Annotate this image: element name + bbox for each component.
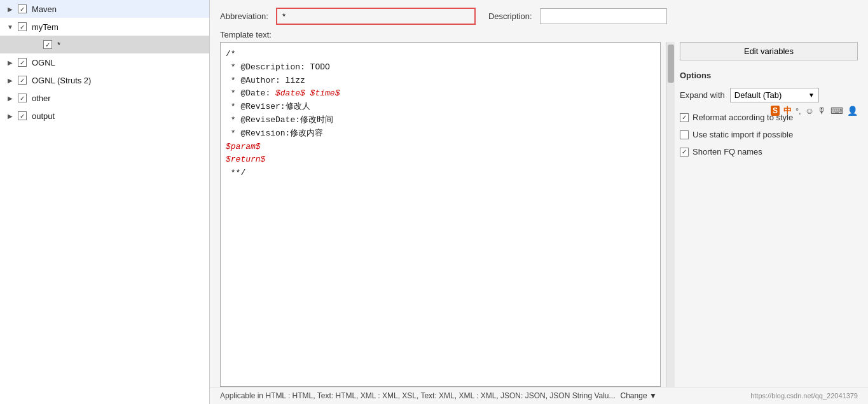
tree-label-output: output [32, 111, 55, 121]
checkbox-output[interactable] [18, 111, 27, 120]
tree-item-mytem[interactable]: myTem [0, 18, 209, 36]
template-content-row: /* * @Description: TODO * @Author: lizz … [220, 42, 858, 387]
tree-item-star[interactable]: * [0, 36, 209, 53]
template-textarea-wrap[interactable]: /* * @Description: TODO * @Author: lizz … [220, 42, 661, 387]
abbreviation-input[interactable] [277, 9, 474, 24]
edit-variables-button[interactable]: Edit variables [680, 42, 858, 60]
expand-arrow-output[interactable] [5, 111, 15, 121]
sogou-icon: S [771, 106, 780, 116]
chinese-icon: 中 [783, 105, 792, 116]
tree-label-maven: Maven [32, 4, 57, 14]
expand-with-label: Expand with [680, 90, 725, 100]
template-label: Template text: [220, 30, 858, 39]
checkbox-static-import[interactable] [680, 130, 689, 139]
description-input[interactable] [540, 8, 667, 24]
option-row-shorten-fq: Shorten FQ names [680, 146, 858, 158]
option-label-shorten-fq: Shorten FQ names [692, 147, 762, 157]
abbr-desc-row: Abbreviation: Description: [210, 0, 868, 30]
bottom-bar: Applicable in HTML : HTML, Text: HTML, X… [210, 387, 868, 404]
description-label: Description: [488, 11, 532, 21]
tree-item-output[interactable]: output [0, 107, 209, 125]
tree-label-ognl: OGNL [32, 58, 55, 67]
change-link[interactable]: Change ▼ [621, 391, 657, 400]
system-tray: S 中 °, ☺ 🎙 ⌨ 👤 [771, 105, 858, 116]
expand-arrow-ognl-struts[interactable] [5, 75, 15, 85]
option-row-static-import: Use static import if possible [680, 129, 858, 141]
right-panel: S 中 °, ☺ 🎙 ⌨ 👤 Abbreviation: Description… [210, 0, 868, 404]
checkbox-shorten-fq[interactable] [680, 148, 689, 157]
checkbox-mytem[interactable] [18, 22, 27, 31]
expand-arrow-maven[interactable] [5, 4, 15, 14]
tree-item-ognl-struts[interactable]: OGNL (Struts 2) [0, 71, 209, 89]
tree-label-star: * [57, 40, 60, 50]
bottom-right-info: https://blog.csdn.net/qq_22041379 [750, 392, 858, 400]
expand-arrow-other[interactable] [5, 93, 15, 103]
expand-arrow-mytem[interactable] [5, 22, 15, 32]
checkbox-other[interactable] [18, 94, 27, 102]
checkbox-ognl[interactable] [18, 58, 27, 67]
abbreviation-box [276, 8, 476, 25]
template-tree[interactable]: Maven myTem * OGNL OGNL (Struts 2) [0, 0, 210, 404]
template-code: /* * @Description: TODO * @Author: lizz … [221, 43, 660, 185]
mic-icon: 🎙 [818, 106, 827, 116]
tree-item-other[interactable]: other [0, 89, 209, 107]
expand-with-value: Default (Tab) [734, 90, 782, 100]
tree-item-maven[interactable]: Maven [0, 0, 209, 18]
punctuation-icon: °, [796, 106, 801, 116]
options-panel: Edit variables Options Expand with Defau… [680, 42, 858, 387]
expand-arrow-ognl[interactable] [5, 57, 15, 67]
expand-with-row: Expand with Default (Tab) ▼ [680, 88, 858, 102]
checkbox-maven[interactable] [18, 4, 27, 13]
expand-with-dropdown[interactable]: Default (Tab) ▼ [730, 88, 819, 102]
abbreviation-label: Abbreviation: [220, 11, 268, 21]
checkbox-star[interactable] [43, 40, 52, 49]
checkbox-reformat[interactable] [680, 113, 689, 122]
tree-label-mytem: myTem [32, 22, 59, 32]
tree-label-ognl-struts: OGNL (Struts 2) [32, 76, 91, 85]
tree-item-ognl[interactable]: OGNL [0, 53, 209, 71]
user-icon: 👤 [847, 106, 858, 116]
textarea-scrollbar[interactable] [666, 42, 675, 387]
smiley-icon: ☺ [805, 106, 814, 116]
tree-label-other: other [32, 94, 51, 103]
scrollbar-thumb [668, 45, 674, 83]
options-label: Options [680, 71, 858, 80]
keyboard-icon: ⌨ [830, 106, 843, 116]
applicable-text: Applicable in HTML : HTML, Text: HTML, X… [220, 391, 616, 400]
dropdown-arrow-icon: ▼ [808, 92, 815, 99]
checkbox-ognl-struts[interactable] [18, 76, 27, 85]
option-label-static-import: Use static import if possible [692, 130, 793, 139]
template-section: Template text: /* * @Description: TODO *… [210, 30, 868, 387]
